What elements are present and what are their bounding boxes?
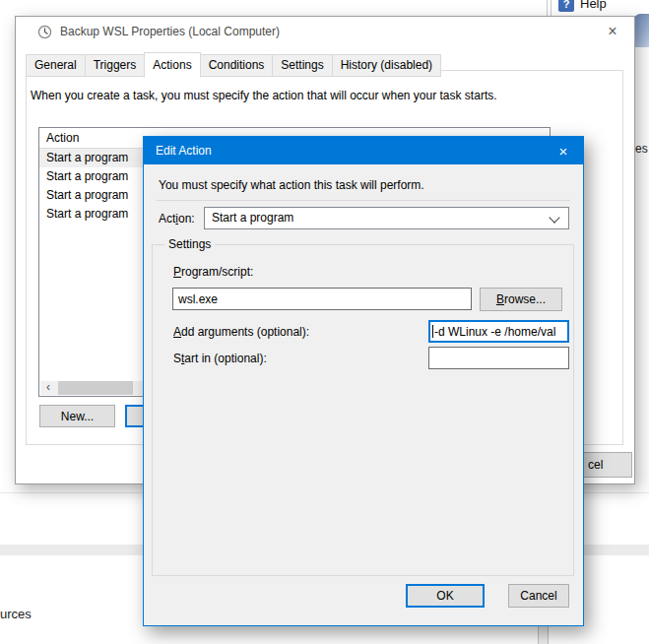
chevron-down-icon: [549, 212, 559, 223]
background-window-graphic: [634, 14, 649, 47]
cancel-button[interactable]: Cancel: [508, 584, 569, 608]
window-title: Backup WSL Properties (Local Computer): [60, 25, 280, 38]
cancel-button-fragment-label: cel: [588, 458, 603, 472]
help-menu-label[interactable]: Help: [580, 0, 607, 11]
add-arguments-label: Add arguments (optional):: [173, 325, 309, 339]
toolbar-separator: [547, 0, 548, 16]
toolbar-separator: [551, 0, 552, 16]
actions-tab-description: When you create a task, you must specify…: [31, 89, 617, 102]
tab-history[interactable]: History (disabled): [332, 54, 441, 77]
tab-actions[interactable]: Actions: [144, 52, 200, 78]
edit-action-dialog: Edit Action × You must specify what acti…: [143, 136, 584, 626]
tab-general[interactable]: General: [26, 54, 86, 77]
close-icon[interactable]: ×: [544, 137, 583, 164]
program-script-label: Program/script:: [173, 265, 253, 279]
action-type-select[interactable]: Start a program: [204, 207, 569, 229]
background-scrollbar-fragment[interactable]: [538, 624, 549, 644]
screen: ? Help es urces Backup WSL Properties (L…: [0, 0, 649, 644]
settings-groupbox-label: Settings: [164, 237, 215, 251]
background-pane-text-fragment: es: [635, 142, 648, 156]
tab-settings[interactable]: Settings: [272, 54, 332, 77]
start-in-input[interactable]: [428, 347, 569, 369]
action-type-value: Start a program: [212, 211, 293, 225]
ok-button[interactable]: OK: [406, 584, 485, 608]
start-in-label: Start in (optional):: [173, 352, 267, 365]
add-arguments-value: -d WLinux -e /home/val: [434, 325, 555, 339]
close-icon[interactable]: ×: [591, 17, 634, 46]
action-label: Action:: [159, 212, 195, 225]
background-resources-text-fragment: urces: [0, 607, 32, 621]
new-button[interactable]: New...: [39, 405, 115, 427]
task-scheduler-clock-icon: [37, 25, 52, 39]
help-icon[interactable]: ?: [558, 0, 574, 12]
tab-conditions[interactable]: Conditions: [200, 54, 274, 77]
properties-titlebar[interactable]: Backup WSL Properties (Local Computer): [16, 17, 634, 46]
settings-groupbox: Settings Program/script: wsl.exe Browse.…: [152, 244, 574, 576]
text-caret: [432, 325, 433, 338]
browse-button[interactable]: Browse...: [480, 288, 562, 311]
dialog-titlebar[interactable]: Edit Action: [144, 137, 583, 164]
divider: [157, 200, 570, 201]
scrollbar-thumb[interactable]: [58, 381, 133, 395]
tab-strip: General Triggers Actions Conditions Sett…: [26, 52, 440, 77]
dialog-instruction: You must specify what action this task w…: [159, 178, 572, 192]
tab-triggers[interactable]: Triggers: [85, 54, 146, 77]
add-arguments-input[interactable]: -d WLinux -e /home/val: [428, 320, 569, 343]
cancel-button-partial[interactable]: cel: [583, 452, 632, 478]
program-script-value: wsl.exe: [178, 292, 218, 306]
dialog-title: Edit Action: [156, 144, 212, 158]
scroll-left-icon[interactable]: ‹: [40, 381, 56, 395]
program-script-input[interactable]: wsl.exe: [172, 288, 472, 310]
